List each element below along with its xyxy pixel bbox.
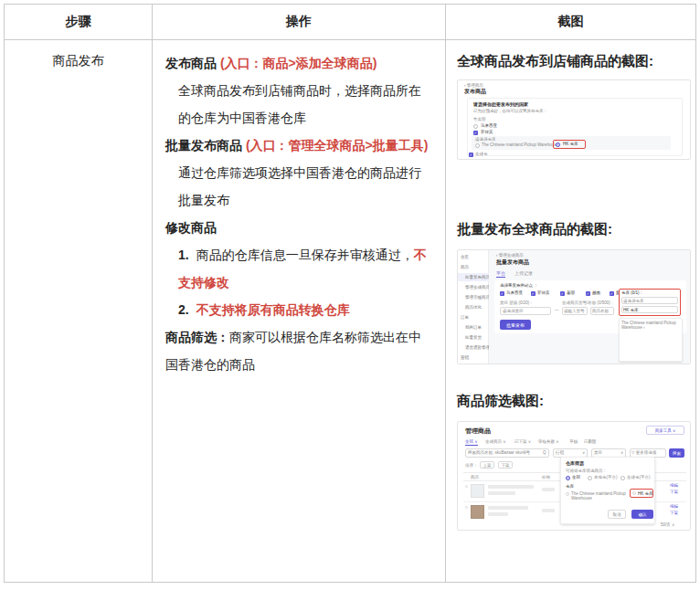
caption-publish: 全球商品发布到店铺商品的截图: [457,52,684,70]
radio-icon [473,124,478,129]
row-delist-link: 下架 [670,511,678,515]
sort-label: 排序： [465,463,478,468]
column-header-step: 步骤 [5,5,153,40]
product-thumbnail [471,505,484,519]
row-checkbox [465,506,468,509]
product-thumbnail [471,484,484,498]
category-select-value: 请选择类目 [503,309,524,313]
checkbox-icon [469,153,473,157]
page-title: 批量发布商品 [496,258,529,267]
country-option-2: 菲律宾 [481,130,493,134]
warehouse-dropdown-option: The Chinese mainland Pickup Warehouse › [621,321,680,330]
checkbox-icon [531,291,536,296]
checkbox-icon [560,291,565,296]
sku-filter-label: 全球商品货号/名称 (0/500)： [562,300,614,305]
publish-product-desc: 全球商品发布到店铺商品时，选择商品所在的仓库为中国香港仓库 [165,77,432,132]
row-delist-link: 下架 [670,490,678,494]
sites-label: 选择要发布的站点 ： [500,283,538,288]
panel-radio-3: 全球仓(平台) [627,475,651,479]
modify-rule-1: 1.商品的仓库信息一旦保存并审核通过，不支持修改 [165,241,432,296]
step-cell: 商品发布 [5,40,153,582]
text-blur-bar [542,488,555,491]
sidebar-item: 首页 [461,255,488,259]
tab-draft: 草稿 [569,439,578,444]
panel-warehouse-highlight: HK 仓库 [638,491,653,496]
guide-table: 步骤 操作 截图 商品发布 发布商品 (入口：商品>添加全球商品) 全球商品发布… [4,4,696,583]
column-header-screenshot: 截图 [446,5,695,40]
search-button: 搜索 [669,448,684,458]
sku-input-value: 请输入货号 [564,309,585,313]
text-blur-bar [488,485,534,489]
tab-failed: 审核失败 ∨ [538,439,559,444]
sort-chip-2: 下架 [498,461,513,469]
panel-subtitle: 可根据仓库筛选商品： [566,469,607,473]
chevron-down-icon: ∨ [620,450,623,455]
checkbox-icon [610,291,614,296]
batch-publish-button: 批量发布 [500,320,531,330]
column-header-operation: 操作 [153,5,446,40]
row-checkbox [465,485,468,488]
batch-publish-heading: 批量发布商品 (入口：管理全球商品>批量工具) [165,132,432,159]
panel-warehouse-label: 仓库 [566,484,574,489]
panel-warehouse-option: The Chinese mainland Pickup Warehouse [571,491,628,500]
site-option: 泰国 [567,290,575,295]
checkbox-icon [566,492,569,496]
product-filter-desc: 商品筛选：商家可以根据仓库名称筛选出在中国香港仓的商品 [165,323,432,378]
checkbox-icon [632,491,636,495]
filter-select-1-value: 行销 [556,450,564,455]
modify-rule-2: 2.不支持将原有商品转换仓库 [165,296,432,323]
breadcrumb: ‹ 管理全球商品 [496,253,524,258]
tab-platform: 平台 [496,270,505,278]
modify-product-heading: 修改商品 [165,214,432,241]
tab-deleted: 已删除 [584,439,597,444]
warehouse-select-2-value: HK 仓库 [623,308,639,312]
sidebar-item: 营销 [461,355,488,360]
screenshot-product-filter: 管理商品 商家工具 ∨ 全部 ∨ 全球商品 ∨ 已下架 ∨ 审核失败 ∨ 草稿 … [457,421,691,531]
group-label: 售卖国 [473,117,486,121]
site-option: 越南 [592,290,600,295]
table-header-price: 价格 [542,475,550,479]
sidebar-item: 商品 [461,265,488,269]
warehouse-label: 仓库 (0/1)： [621,290,643,295]
row-edit-link: 编辑 [670,483,678,488]
confirm-button: 确认 [631,510,653,519]
search-placeholder: 搜索商品名称, skuBazaar sku编号 [468,450,530,455]
site-option: 马来西亚 [506,290,523,295]
sort-chip-1: 上架 [480,461,494,469]
checkbox-icon [586,291,590,296]
tab-global: 全球商品 ∨ [485,439,506,444]
text-blur-bar [488,512,508,516]
tab-delisted: 已下架 ∨ [514,439,531,444]
page-title: 发布商品 [464,88,486,96]
caption-product-filter: 商品筛选截图: [457,392,684,410]
name-input-value: 商品名称 [592,309,609,313]
pagination: 50/页 ∨ [661,522,674,527]
panel-radio-2: 本地仓(平台) [594,475,618,479]
dash: — [555,308,559,312]
warehouse-label: 请选择仓库 [475,137,496,142]
footer-option: 全球仓 [475,152,488,156]
radio-icon [475,143,480,148]
screenshot-publish-product: ‹ 管理商品 发布商品 请选择你想要发布到的国家 已为你预选好，你也可以设置其他… [457,79,691,160]
screenshot-cell: 全球商品发布到店铺商品的截图: ‹ 管理商品 发布商品 请选择你想要发布到的国家… [446,40,695,582]
text-blur-bar [542,509,555,512]
text-blur-bar [488,491,515,495]
table-header-product: 商品 [471,475,479,479]
step-label: 商品发布 [53,53,104,68]
site-option: 菲律宾 [537,290,550,295]
operation-cell: 发布商品 (入口：商品>添加全球商品) 全球商品发布到店铺商品时，选择商品所在的… [153,40,446,582]
card-title: 请选择你想要发布到的国家 [473,101,528,107]
panel-title: 仓库筛选 [566,460,584,466]
seller-tools-button: 商家工具 ∨ [646,426,684,435]
card-subtitle: 已为你预选好，你也可以设置其他仓库： [473,109,547,113]
radio-icon [620,476,625,480]
more-filters-value: ▽ 更多筛选项 [631,450,656,455]
panel-radio-1: 全部 [572,475,580,479]
row-edit-link: 编辑 [670,504,678,509]
batch-publish-desc: 通过仓库筛选项选择中国香港仓的商品进行批量发布 [165,159,432,214]
category-filter-label: 类目 层级 (0/20)： [500,300,534,305]
sidebar-item: 订单 [461,315,488,320]
text-blur-bar [488,506,528,510]
radio-selected-icon [556,142,560,147]
tab-upload-history: 上传记录 [514,270,533,276]
